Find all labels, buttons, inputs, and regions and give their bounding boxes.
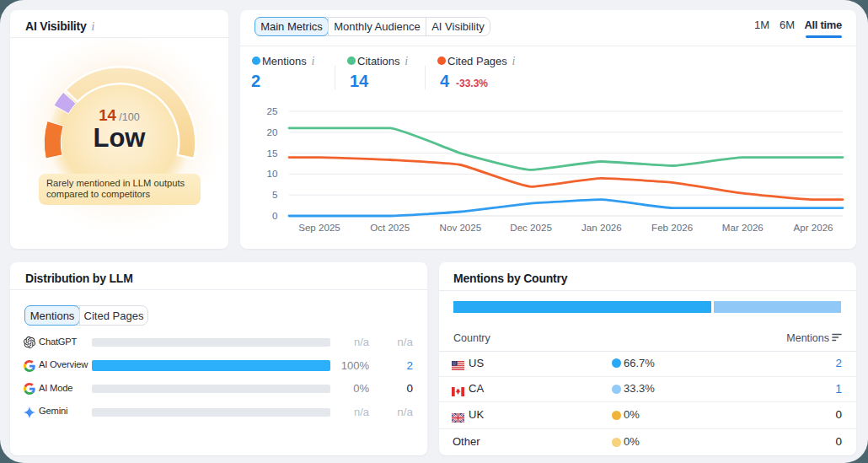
svg-text:10: 10 <box>267 168 278 179</box>
svg-text:0: 0 <box>272 210 277 221</box>
svg-text:15: 15 <box>267 148 278 159</box>
svg-text:Nov 2025: Nov 2025 <box>440 222 482 233</box>
svg-text:25: 25 <box>267 105 278 116</box>
svg-text:Dec 2025: Dec 2025 <box>510 222 552 233</box>
svg-text:5: 5 <box>272 189 277 200</box>
svg-text:Feb 2026: Feb 2026 <box>651 222 693 233</box>
svg-text:Oct 2025: Oct 2025 <box>370 222 410 233</box>
svg-text:Sep 2025: Sep 2025 <box>298 222 340 233</box>
svg-text:20: 20 <box>267 127 278 137</box>
svg-text:Apr 2026: Apr 2026 <box>793 222 833 233</box>
svg-text:Mar 2026: Mar 2026 <box>722 222 764 233</box>
svg-text:Jan 2026: Jan 2026 <box>581 222 622 233</box>
